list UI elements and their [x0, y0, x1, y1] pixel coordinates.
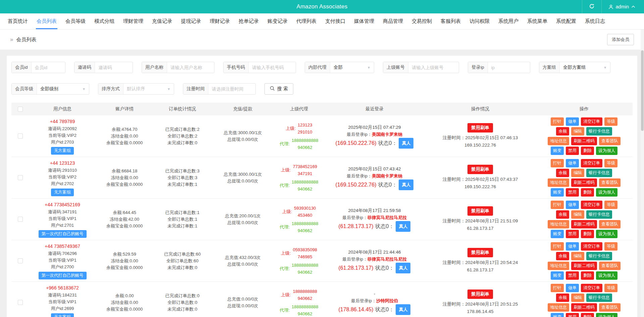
action-button-余额[interactable]: 余额	[556, 210, 569, 219]
action-button-账变[interactable]: 账变	[551, 271, 564, 280]
user-phone[interactable]: +44 789789	[50, 118, 75, 125]
user-phone[interactable]: +966 56183672	[46, 284, 79, 292]
action-button-查看团队[interactable]: 查看团队	[599, 262, 621, 270]
agent-account-2[interactable]: 940662	[292, 227, 318, 234]
nav-tab-5[interactable]: 充值记录	[148, 13, 177, 29]
row-checkbox[interactable]	[18, 258, 23, 263]
parent-account-2[interactable]: 940662	[293, 295, 317, 302]
plan-group-badge[interactable]: 第一次代打自己的账号	[39, 272, 87, 279]
action-button-设为假人[interactable]: 设为假人	[596, 271, 617, 280]
action-button-清空订单[interactable]: 清空订单	[581, 159, 602, 167]
action-button-账变[interactable]: 账变	[551, 313, 564, 317]
ban-order-badge[interactable]: 禁用刷单	[467, 248, 493, 257]
nav-tab-2[interactable]: 会员等级	[61, 13, 90, 29]
action-button-等级[interactable]: 等级	[604, 284, 617, 292]
plan-group-badge[interactable]: 无方案组	[51, 189, 74, 196]
action-button-账变[interactable]: 账变	[551, 230, 564, 238]
action-button-地址信息[interactable]: 地址信息	[548, 178, 569, 187]
nav-tab-11[interactable]: 支付接口	[321, 13, 350, 29]
register-time-input[interactable]	[208, 84, 255, 94]
row-checkbox[interactable]	[18, 300, 23, 305]
nav-tab-19[interactable]: 系统配置	[552, 13, 581, 29]
real-user-badge[interactable]: 真人	[396, 263, 410, 273]
member-id-input[interactable]	[32, 62, 65, 73]
nav-tab-10[interactable]: 代理列表	[292, 13, 321, 29]
plan-group-select[interactable]: 全部方案组 ▼	[560, 62, 610, 73]
action-button-等级[interactable]: 等级	[604, 242, 617, 251]
action-button-余额[interactable]: 余额	[556, 169, 569, 177]
agent-account-1[interactable]: 18888888888	[292, 262, 318, 269]
action-button-等级[interactable]: 等级	[604, 159, 617, 167]
action-button-打针[interactable]: 打针	[551, 117, 564, 126]
parent-account-1[interactable]: 123123	[298, 121, 312, 128]
nav-tab-18[interactable]: 系统菜单	[523, 13, 552, 29]
action-button-打针[interactable]: 打针	[551, 284, 564, 292]
add-member-button[interactable]: 添加会员	[607, 34, 634, 45]
scrollbar-track[interactable]	[641, 30, 644, 317]
nav-tab-13[interactable]: 商品管理	[379, 13, 407, 29]
nav-tab-17[interactable]: 系统用户	[494, 13, 523, 29]
agent-account-1[interactable]: 18888888888	[292, 303, 318, 310]
action-button-禁用[interactable]: 禁用	[566, 271, 579, 280]
action-button-打针[interactable]: 打针	[551, 201, 564, 209]
parent-account-input[interactable]	[408, 62, 459, 73]
action-button-银行卡信息[interactable]: 银行卡信息	[586, 169, 612, 177]
parent-account-1[interactable]: 593930130	[294, 205, 316, 212]
action-button-地址信息[interactable]: 地址信息	[548, 262, 569, 270]
action-button-编辑[interactable]: 编辑	[571, 127, 584, 136]
agent-account-1[interactable]: 18888888888	[292, 178, 318, 186]
real-user-badge[interactable]: 真人	[396, 221, 410, 232]
action-button-设为假人[interactable]: 设为假人	[596, 147, 617, 155]
action-button-银行卡信息[interactable]: 银行卡信息	[586, 252, 612, 260]
ban-order-badge[interactable]: 禁用刷单	[467, 123, 493, 133]
action-button-设为假人[interactable]: 设为假人	[596, 188, 617, 197]
action-button-编辑[interactable]: 编辑	[571, 294, 584, 302]
select-all-checkbox[interactable]	[18, 107, 23, 112]
parent-account-1[interactable]: 1888888888	[293, 288, 317, 295]
plan-group-badge[interactable]: 无方案组	[51, 313, 74, 317]
real-user-badge[interactable]: 真人	[396, 304, 410, 315]
agent-account-2[interactable]: 940662	[292, 310, 318, 317]
nav-tab-0[interactable]: 首页统计	[3, 13, 32, 29]
user-menu[interactable]: admin	[602, 0, 644, 13]
action-button-做单[interactable]: 做单	[566, 284, 579, 292]
search-button[interactable]: 搜 索	[264, 83, 293, 95]
nav-tab-1[interactable]: 会员列表	[32, 13, 61, 29]
invite-code-input[interactable]	[95, 62, 133, 73]
username-input[interactable]	[167, 62, 214, 73]
action-button-打针[interactable]: 打针	[551, 242, 564, 251]
action-button-删除[interactable]: 删除	[581, 188, 594, 197]
action-button-银行卡信息[interactable]: 银行卡信息	[586, 210, 612, 219]
row-checkbox[interactable]	[18, 217, 23, 222]
ban-order-badge[interactable]: 禁用刷单	[467, 206, 493, 216]
agent-account-2[interactable]: 940662	[292, 269, 318, 276]
action-button-账变[interactable]: 账变	[551, 147, 564, 155]
nav-tab-7[interactable]: 理财记录	[205, 13, 234, 29]
nav-tab-6[interactable]: 提现记录	[177, 13, 205, 29]
action-button-做单[interactable]: 做单	[566, 117, 579, 126]
action-button-禁用[interactable]: 禁用	[566, 313, 579, 317]
action-button-账变[interactable]: 账变	[551, 188, 564, 197]
action-button-删除[interactable]: 删除	[581, 313, 594, 317]
nav-tab-12[interactable]: 媒体管理	[350, 13, 379, 29]
action-button-设为假人[interactable]: 设为假人	[596, 313, 617, 317]
row-checkbox[interactable]	[18, 134, 23, 139]
action-button-清空订单[interactable]: 清空订单	[581, 242, 602, 251]
phone-input[interactable]	[249, 62, 296, 73]
action-button-做单[interactable]: 做单	[566, 201, 579, 209]
action-button-禁用[interactable]: 禁用	[566, 147, 579, 155]
user-phone[interactable]: +44 7385749367	[45, 243, 80, 250]
action-button-查看团队[interactable]: 查看团队	[599, 178, 621, 187]
action-button-编辑[interactable]: 编辑	[571, 252, 584, 260]
action-button-余额[interactable]: 余额	[556, 294, 569, 302]
sort-order-select[interactable]: 默认排序 ▼	[123, 84, 174, 94]
action-button-做单[interactable]: 做单	[566, 242, 579, 251]
agent-account-2[interactable]: 940662	[292, 144, 318, 151]
nav-tab-20[interactable]: 系统日志	[581, 13, 609, 29]
user-phone[interactable]: +44 123123	[50, 159, 75, 167]
row-checkbox[interactable]	[18, 175, 23, 180]
nav-tab-16[interactable]: 访问权限	[465, 13, 494, 29]
action-button-等级[interactable]: 等级	[604, 117, 617, 126]
action-button-刷新二维码[interactable]: 刷新二维码	[571, 137, 597, 145]
action-button-刷新二维码[interactable]: 刷新二维码	[571, 178, 597, 187]
